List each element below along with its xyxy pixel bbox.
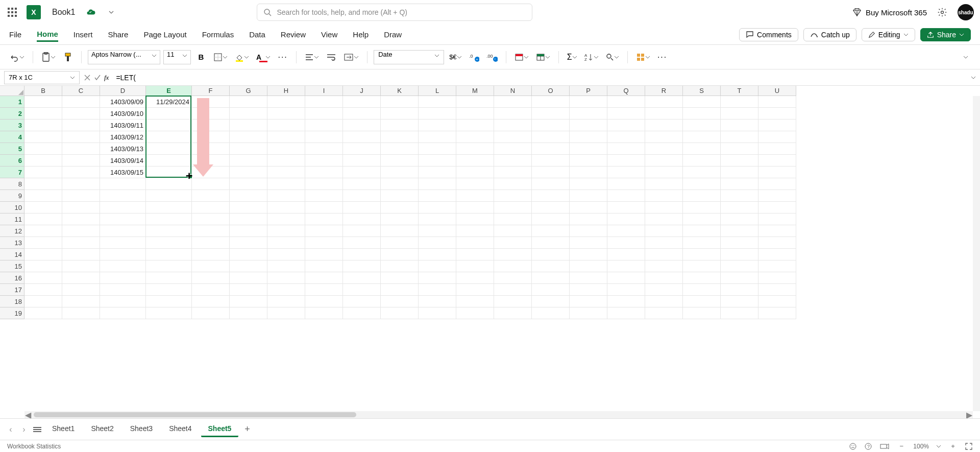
cell-R2[interactable] [645, 108, 683, 120]
cell-K6[interactable] [381, 155, 419, 166]
cell-H14[interactable] [267, 249, 305, 260]
cell-G1[interactable] [230, 96, 267, 108]
row-header-2[interactable]: 2 [0, 108, 24, 120]
cell-C16[interactable] [62, 272, 100, 284]
undo-button[interactable] [7, 50, 27, 65]
cell-B19[interactable] [24, 307, 62, 319]
cell-D3[interactable]: 1403/09/11 [100, 120, 146, 131]
cell-N6[interactable] [494, 155, 532, 166]
cell-S15[interactable] [683, 260, 721, 272]
cell-S16[interactable] [683, 272, 721, 284]
cell-G4[interactable] [230, 131, 267, 143]
cell-O11[interactable] [532, 213, 570, 225]
sort-filter-button[interactable]: AZ [582, 50, 601, 65]
cell-N4[interactable] [494, 131, 532, 143]
cell-J10[interactable] [343, 202, 381, 213]
row-header-19[interactable]: 19 [0, 307, 24, 319]
cell-N7[interactable] [494, 166, 532, 178]
cell-F4[interactable] [192, 131, 230, 143]
cell-G17[interactable] [230, 284, 267, 296]
cell-B15[interactable] [24, 260, 62, 272]
cell-C12[interactable] [62, 225, 100, 237]
cell-C15[interactable] [62, 260, 100, 272]
fill-color-button[interactable] [233, 50, 251, 65]
cell-L2[interactable] [419, 108, 456, 120]
cell-J6[interactable] [343, 155, 381, 166]
cell-E15[interactable] [146, 260, 192, 272]
column-header-O[interactable]: O [532, 86, 570, 96]
cell-G19[interactable] [230, 307, 267, 319]
sheet-nav-next[interactable]: › [18, 425, 30, 434]
buy-microsoft-365-button[interactable]: Buy Microsoft 365 [852, 8, 927, 17]
cell-J14[interactable] [343, 249, 381, 260]
font-size-select[interactable]: 11 [163, 50, 191, 64]
cell-P12[interactable] [570, 225, 607, 237]
cell-E12[interactable] [146, 225, 192, 237]
cell-H7[interactable] [267, 166, 305, 178]
cell-E10[interactable] [146, 202, 192, 213]
comments-button[interactable]: Comments [739, 28, 798, 41]
cell-L14[interactable] [419, 249, 456, 260]
cell-C3[interactable] [62, 120, 100, 131]
editing-mode-button[interactable]: Editing [862, 28, 915, 41]
currency-button[interactable]: $€ [447, 50, 463, 65]
cell-R6[interactable] [645, 155, 683, 166]
cell-D8[interactable] [100, 178, 146, 190]
cell-F3[interactable] [192, 120, 230, 131]
cell-J4[interactable] [343, 131, 381, 143]
ribbon-tab-draw[interactable]: Draw [384, 28, 402, 41]
cell-Q6[interactable] [607, 155, 645, 166]
cell-M7[interactable] [456, 166, 494, 178]
sheet-nav-prev[interactable]: ‹ [5, 425, 16, 434]
cell-T15[interactable] [721, 260, 758, 272]
font-family-select[interactable]: Aptos Narrow (... [88, 50, 160, 64]
cell-Q8[interactable] [607, 178, 645, 190]
cell-O5[interactable] [532, 143, 570, 155]
cell-J12[interactable] [343, 225, 381, 237]
cell-L15[interactable] [419, 260, 456, 272]
cell-T11[interactable] [721, 213, 758, 225]
cell-M18[interactable] [456, 296, 494, 307]
cell-L8[interactable] [419, 178, 456, 190]
cell-P13[interactable] [570, 237, 607, 249]
cell-C9[interactable] [62, 190, 100, 202]
user-avatar[interactable]: shadu [958, 4, 974, 20]
format-painter-button[interactable] [61, 50, 75, 65]
cell-I17[interactable] [305, 284, 343, 296]
cell-T19[interactable] [721, 307, 758, 319]
column-header-Q[interactable]: Q [607, 86, 645, 96]
cell-O18[interactable] [532, 296, 570, 307]
cell-Q1[interactable] [607, 96, 645, 108]
cell-I3[interactable] [305, 120, 343, 131]
cell-H4[interactable] [267, 131, 305, 143]
cell-B7[interactable] [24, 166, 62, 178]
cell-S10[interactable] [683, 202, 721, 213]
cell-S19[interactable] [683, 307, 721, 319]
cell-N13[interactable] [494, 237, 532, 249]
cell-F6[interactable] [192, 155, 230, 166]
cell-H2[interactable] [267, 108, 305, 120]
row-header-5[interactable]: 5 [0, 143, 24, 155]
cell-U10[interactable] [758, 202, 796, 213]
sheet-tab-sheet2[interactable]: Sheet2 [84, 421, 120, 437]
cell-T16[interactable] [721, 272, 758, 284]
cell-D2[interactable]: 1403/09/10 [100, 108, 146, 120]
cell-I2[interactable] [305, 108, 343, 120]
cell-P16[interactable] [570, 272, 607, 284]
cell-C11[interactable] [62, 213, 100, 225]
cell-P1[interactable] [570, 96, 607, 108]
cell-K10[interactable] [381, 202, 419, 213]
cell-B10[interactable] [24, 202, 62, 213]
cell-N9[interactable] [494, 190, 532, 202]
cell-K12[interactable] [381, 225, 419, 237]
expand-formula-bar[interactable] [967, 75, 980, 80]
cell-M16[interactable] [456, 272, 494, 284]
cell-K9[interactable] [381, 190, 419, 202]
cell-R19[interactable] [645, 307, 683, 319]
cell-E3[interactable] [146, 120, 192, 131]
cell-H11[interactable] [267, 213, 305, 225]
cell-P18[interactable] [570, 296, 607, 307]
cell-I12[interactable] [305, 225, 343, 237]
cell-G15[interactable] [230, 260, 267, 272]
paste-button[interactable] [39, 50, 58, 65]
